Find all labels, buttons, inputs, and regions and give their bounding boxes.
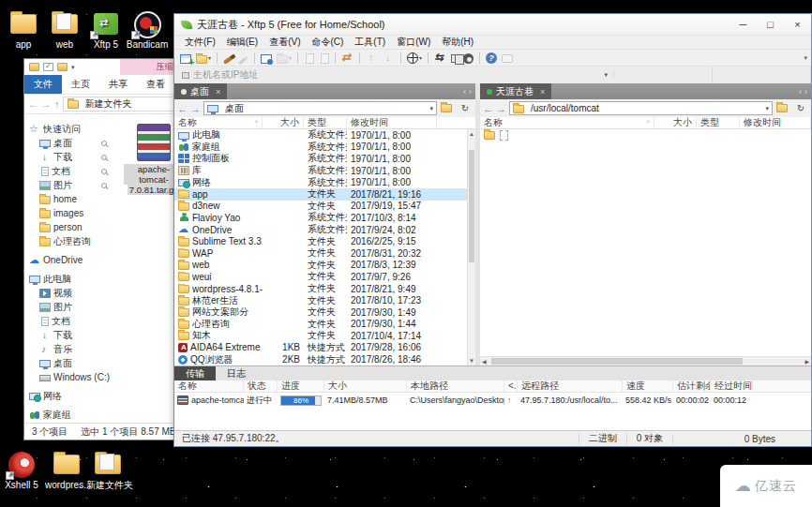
sidebar-item[interactable]: 此电脑: [24, 272, 113, 286]
column-header[interactable]: 大小: [263, 117, 304, 128]
properties-button[interactable]: [261, 52, 272, 65]
column-header[interactable]: 名称^: [480, 117, 654, 128]
maximize-button[interactable]: □: [757, 14, 784, 35]
forward-icon[interactable]: →: [190, 103, 201, 114]
sidebar-item[interactable]: 桌面: [24, 136, 113, 150]
local-tab[interactable]: 桌面 ×: [174, 83, 227, 99]
remote-transferring-item[interactable]: [480, 129, 811, 142]
ribbon-tab-3[interactable]: 查看: [137, 75, 174, 94]
toolbar-overflow-icon[interactable]: ▾: [804, 54, 807, 62]
password-field[interactable]: [713, 67, 811, 84]
sidebar-item[interactable]: 文档: [24, 164, 113, 178]
back-icon[interactable]: ←: [177, 103, 188, 114]
transfer-column-header[interactable]: 经过时间: [711, 380, 753, 392]
qat-customize-chevron-icon[interactable]: ▾: [71, 64, 75, 71]
transfer-column-header[interactable]: 远程路径: [518, 380, 623, 392]
host-dropdown-icon[interactable]: ▾: [598, 71, 614, 79]
column-header[interactable]: 修改时间: [347, 117, 437, 128]
sidebar-item[interactable]: images: [24, 206, 113, 220]
file-row[interactable]: 家庭组系统文件夹1970/1/1, 8:00: [174, 142, 475, 154]
column-header[interactable]: 名称^: [174, 117, 263, 128]
settings-button[interactable]: [463, 52, 474, 65]
desktop-icon-bandicam[interactable]: Bandicam: [126, 11, 169, 50]
connect-button[interactable]: [223, 52, 233, 65]
path-dropdown-icon[interactable]: ▾: [765, 105, 769, 112]
tab-log[interactable]: 日志: [216, 366, 257, 380]
transfer-column-header[interactable]: 状态: [244, 380, 278, 392]
column-header[interactable]: 修改时间: [740, 117, 811, 128]
column-header[interactable]: 大小: [654, 117, 697, 128]
file-row[interactable]: 此电脑系统文件夹1970/1/1, 8:00: [174, 129, 475, 142]
transfer-column-header[interactable]: 名称: [174, 380, 244, 392]
menu-item[interactable]: 编辑(E): [222, 36, 263, 49]
file-row[interactable]: 网站文案部分文件夹2017/9/30, 1:49: [174, 306, 475, 319]
file-row[interactable]: 库系统文件夹1970/1/1, 8:00: [174, 165, 475, 177]
forward-icon[interactable]: →: [41, 96, 52, 112]
sidebar-item[interactable]: 下载: [24, 328, 113, 342]
sidebar-item[interactable]: 文档: [24, 314, 113, 328]
file-row[interactable]: WAP文件夹2017/8/31, 20:32: [174, 247, 475, 260]
file-row[interactable]: d3new文件夹2017/9/19, 15:47: [174, 201, 475, 213]
scroll-left-icon[interactable]: ◀: [482, 357, 487, 365]
new-session-button[interactable]: [180, 52, 191, 65]
menu-item[interactable]: 帮助(H): [437, 36, 478, 49]
tab-close-icon[interactable]: ×: [216, 87, 220, 97]
desktop-icon-web[interactable]: web: [43, 11, 86, 50]
transfer-column-header[interactable]: 速度: [623, 380, 673, 392]
scroll-up-icon[interactable]: ▲: [468, 129, 475, 139]
close-button[interactable]: ×: [784, 14, 811, 35]
file-row[interactable]: web文件夹2017/8/3, 12:39: [174, 260, 475, 272]
sidebar-item[interactable]: 家庭组: [24, 408, 113, 422]
username-field[interactable]: [614, 67, 713, 84]
sidebar-item[interactable]: person: [24, 220, 113, 234]
sidebar-item[interactable]: 桌面: [24, 356, 113, 370]
sidebar-item[interactable]: 音乐: [24, 342, 113, 356]
new-folder-icon[interactable]: [57, 63, 68, 71]
sidebar-item[interactable]: 心理咨询: [24, 234, 113, 248]
sidebar-item[interactable]: 视频: [24, 286, 113, 300]
menu-item[interactable]: 工具(T): [350, 36, 390, 49]
sidebar-item[interactable]: 网络: [24, 389, 113, 403]
sidebar-item[interactable]: 图片: [24, 178, 113, 192]
scroll-right-icon[interactable]: ▶: [804, 357, 809, 365]
file-row[interactable]: 网络系统文件夹1970/1/1, 8:00: [174, 176, 475, 188]
tab-scroll-arrows[interactable]: ‹›: [463, 83, 475, 99]
file-row[interactable]: 控制面板系统文件夹1970/1/1, 8:00: [174, 153, 475, 165]
ribbon-tab-1[interactable]: 主页: [62, 75, 99, 94]
swap-panes-button[interactable]: [434, 52, 446, 65]
menu-item[interactable]: 查看(V): [264, 36, 305, 49]
host-input[interactable]: 主机名或IP地址: [193, 67, 598, 84]
open-folder-button[interactable]: ▾: [196, 52, 211, 65]
tab-close-icon[interactable]: ×: [540, 87, 545, 97]
desktop-icon-xftp[interactable]: Xftp 5: [84, 11, 128, 50]
sidebar-item[interactable]: OneDrive: [24, 253, 113, 267]
sidebar-item[interactable]: 图片: [24, 300, 113, 314]
file-row[interactable]: 林范er生活文件夹2017/8/10, 17:23: [174, 294, 475, 306]
ribbon-tab-2[interactable]: 共享: [99, 75, 137, 94]
file-row[interactable]: OneDrive系统文件夹2017/9/24, 8:02: [174, 224, 475, 236]
transfer-column-header[interactable]: 大小: [324, 380, 407, 392]
path-dropdown-icon[interactable]: ▾: [429, 105, 433, 112]
help-button[interactable]: [486, 52, 497, 65]
file-row[interactable]: AIDA64 Extreme1KB快捷方式2017/9/28, 16:06: [174, 342, 475, 354]
menu-item[interactable]: 文件(F): [180, 36, 220, 49]
desktop-icon-xshell[interactable]: Xshell 5: [0, 452, 43, 490]
transfer-button[interactable]: [341, 52, 353, 65]
refresh-button[interactable]: ↻: [458, 103, 473, 113]
remote-horizontal-scrollbar[interactable]: ◀ ▶: [480, 356, 811, 365]
compare-button[interactable]: [451, 52, 459, 65]
menu-item[interactable]: 命令(C): [307, 36, 348, 49]
remote-tab[interactable]: 天涯古巷 ×: [480, 83, 551, 99]
desktop-icon-wordpress[interactable]: wordpres...: [45, 452, 88, 490]
menu-item[interactable]: 窗口(W): [392, 36, 435, 49]
transfer-column-header[interactable]: 本地路径: [407, 380, 504, 392]
transfer-row[interactable]: apache-tomcat-7.0...进行中86%7.41MB/8.57MBC…: [174, 393, 811, 408]
tab-transfer[interactable]: 传输: [174, 366, 216, 380]
back-icon[interactable]: ←: [483, 103, 493, 114]
scrollbar-thumb[interactable]: [469, 150, 474, 262]
local-path-combo[interactable]: 桌面 ▾: [203, 101, 437, 115]
transfer-column-header[interactable]: 进度: [278, 380, 324, 392]
file-row[interactable]: app文件夹2017/8/21, 19:16: [174, 188, 475, 201]
file-row[interactable]: weui文件夹2017/9/7, 9:26: [174, 271, 475, 283]
file-row[interactable]: Sublime Text 3.312...文件夹2016/2/25, 9:15: [174, 235, 475, 247]
